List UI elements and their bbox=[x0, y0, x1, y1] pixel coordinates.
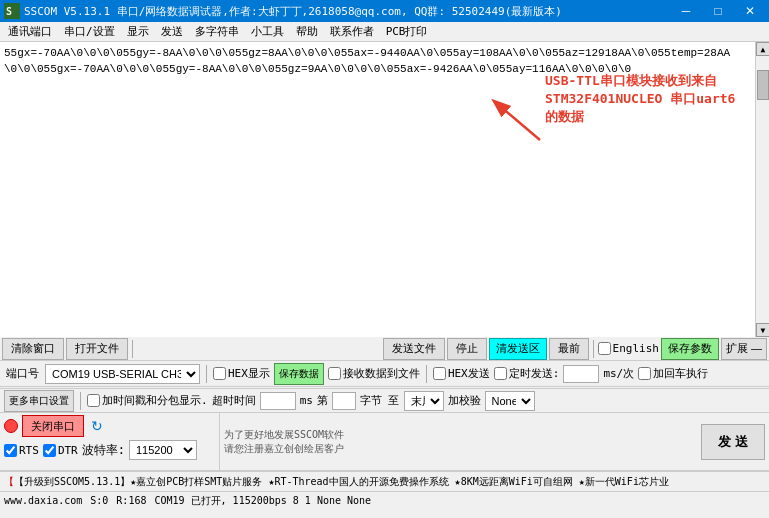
toolbar-sep-1 bbox=[132, 340, 133, 358]
last-button[interactable]: 最前 bbox=[549, 338, 589, 360]
checksum-select[interactable]: None bbox=[485, 391, 535, 411]
close-port-row: 关闭串口 ↻ bbox=[4, 415, 215, 437]
port-select[interactable]: COM19 USB-SERIAL CH340 bbox=[45, 364, 200, 384]
app-icon: S bbox=[4, 3, 20, 19]
timeout-unit: ms bbox=[300, 394, 313, 407]
refresh-button[interactable]: ↻ bbox=[88, 417, 106, 435]
save-data-button[interactable]: 保存数据 bbox=[274, 363, 324, 385]
rts-checkbox[interactable] bbox=[4, 444, 17, 457]
serial-output-text: 55gx=-70AA\0\0\0\055gy=-8AA\0\0\0\055gz=… bbox=[0, 42, 755, 82]
page-num-input[interactable]: 1 bbox=[332, 392, 356, 410]
dtr-checkbox[interactable] bbox=[43, 444, 56, 457]
scroll-up-arrow[interactable]: ▲ bbox=[756, 42, 769, 56]
menu-bar: 通讯端口 串口/设置 显示 发送 多字符串 小工具 帮助 联系作者 PCB打印 bbox=[0, 22, 769, 42]
minimize-button[interactable]: ─ bbox=[671, 0, 701, 22]
upgrade-text: 为了更好地发展SSCOM软件请您注册嘉立创创绘居客户 bbox=[224, 428, 693, 456]
menu-display[interactable]: 显示 bbox=[121, 22, 155, 41]
menu-help[interactable]: 帮助 bbox=[290, 22, 324, 41]
baud-select[interactable]: 115200 bbox=[129, 440, 197, 460]
carriage-return-label: 加回车执行 bbox=[653, 366, 708, 381]
control-row-2: 更多串口设置 加时间戳和分包显示. 超时时间 20 ms 第 1 字节 至 末尾… bbox=[0, 389, 769, 413]
english-label: English bbox=[613, 342, 659, 355]
scroll-down-arrow[interactable]: ▼ bbox=[756, 323, 769, 337]
send-area-button[interactable]: 清发送区 bbox=[489, 338, 547, 360]
promo-bracket-open: 【 bbox=[4, 475, 14, 489]
title-bar-text: SSCOM V5.13.1 串口/网络数据调试器,作者:大虾丁丁,2618058… bbox=[24, 4, 671, 19]
carriage-return-group[interactable]: 加回车执行 bbox=[638, 366, 708, 381]
page-label: 第 bbox=[317, 393, 328, 408]
output-scrollbar[interactable]: ▲ ▼ bbox=[755, 42, 769, 337]
promo-text: 【升级到SSCOM5.13.1】★嘉立创PCB打样SMT贴片服务 ★RT-Thr… bbox=[14, 475, 669, 489]
rts-dtr-row: RTS DTR 波特率: 115200 bbox=[4, 440, 215, 460]
english-checkbox-group[interactable]: English bbox=[598, 342, 659, 355]
r168-text: R:168 bbox=[116, 495, 146, 506]
timed-send-group[interactable]: 定时发送: bbox=[494, 366, 560, 381]
dtr-label: DTR bbox=[58, 444, 78, 457]
english-checkbox[interactable] bbox=[598, 342, 611, 355]
bottom-status-bar: www.daxia.com S:0 R:168 COM19 已打开, 11520… bbox=[0, 491, 769, 509]
maximize-button[interactable]: □ bbox=[703, 0, 733, 22]
menu-comm-port[interactable]: 通讯端口 bbox=[2, 22, 58, 41]
open-file-button[interactable]: 打开文件 bbox=[66, 338, 128, 360]
menu-multi-string[interactable]: 多字符串 bbox=[189, 22, 245, 41]
toolbar-row: 清除窗口 打开文件 发送文件 停止 清发送区 最前 English 保存参数 扩… bbox=[0, 337, 769, 361]
dtr-group[interactable]: DTR bbox=[43, 444, 78, 457]
char-label: 字节 至 bbox=[360, 393, 400, 408]
rts-group[interactable]: RTS bbox=[4, 444, 39, 457]
control-row-1: 端口号 COM19 USB-SERIAL CH340 HEX显示 保存数据 接收… bbox=[0, 361, 769, 387]
menu-send[interactable]: 发送 bbox=[155, 22, 189, 41]
bottom-control-area: 关闭串口 ↻ RTS DTR 波特率: 115200 为了更好地发展SSCOM软… bbox=[0, 413, 769, 471]
save-param-button[interactable]: 保存参数 bbox=[661, 338, 719, 360]
s0-text: S:0 bbox=[90, 495, 108, 506]
carriage-return-checkbox[interactable] bbox=[638, 367, 651, 380]
more-port-button[interactable]: 更多串口设置 bbox=[4, 390, 74, 412]
timed-send-label: 定时发送: bbox=[509, 366, 560, 381]
svg-line-2 bbox=[495, 102, 540, 140]
com-info-text: COM19 已打开, 115200bps 8 1 None None bbox=[154, 494, 371, 508]
annotation-arrow-svg bbox=[485, 72, 745, 162]
timestamp-checkbox[interactable] bbox=[87, 394, 100, 407]
menu-tools[interactable]: 小工具 bbox=[245, 22, 290, 41]
menu-contact[interactable]: 联系作者 bbox=[324, 22, 380, 41]
website-text: www.daxia.com bbox=[4, 495, 82, 506]
hex-send-checkbox[interactable] bbox=[433, 367, 446, 380]
timed-unit-label: ms/次 bbox=[603, 366, 634, 381]
menu-pcb[interactable]: PCB打印 bbox=[380, 22, 434, 41]
hex-display-group[interactable]: HEX显示 bbox=[213, 366, 270, 381]
send-button-area: 发 送 bbox=[697, 413, 769, 470]
checksum-label: 加校验 bbox=[448, 393, 481, 408]
rts-label: RTS bbox=[19, 444, 39, 457]
center-area: 为了更好地发展SSCOM软件请您注册嘉立创创绘居客户 bbox=[220, 413, 697, 470]
hex-display-checkbox[interactable] bbox=[213, 367, 226, 380]
baud-label: 波特率: bbox=[82, 442, 125, 459]
stop-button[interactable]: 停止 bbox=[447, 338, 487, 360]
save-to-file-label: 接收数据到文件 bbox=[343, 366, 420, 381]
timeout-input[interactable]: 20 bbox=[260, 392, 296, 410]
promo-bar: 【 【升级到SSCOM5.13.1】★嘉立创PCB打样SMT贴片服务 ★RT-T… bbox=[0, 471, 769, 491]
send-file-button[interactable]: 发送文件 bbox=[383, 338, 445, 360]
hex-display-label: HEX显示 bbox=[228, 366, 270, 381]
expand-button[interactable]: 扩展 — bbox=[721, 338, 767, 360]
hex-send-label: HEX发送 bbox=[448, 366, 490, 381]
output-area: 55gx=-70AA\0\0\0\055gy=-8AA\0\0\0\055gz=… bbox=[0, 42, 769, 337]
timed-send-checkbox[interactable] bbox=[494, 367, 507, 380]
hex-send-group[interactable]: HEX发送 bbox=[433, 366, 490, 381]
scroll-thumb[interactable] bbox=[757, 70, 769, 100]
save-to-file-checkbox[interactable] bbox=[328, 367, 341, 380]
menu-serial-settings[interactable]: 串口/设置 bbox=[58, 22, 121, 41]
send-button[interactable]: 发 送 bbox=[701, 424, 765, 460]
close-port-button[interactable]: 关闭串口 bbox=[22, 415, 84, 437]
title-bar: S SSCOM V5.13.1 串口/网络数据调试器,作者:大虾丁丁,26180… bbox=[0, 0, 769, 22]
sep-3 bbox=[426, 365, 427, 383]
timed-value-input[interactable]: 10 bbox=[563, 365, 599, 383]
timeout-label: 超时时间 bbox=[212, 393, 256, 408]
save-to-file-group[interactable]: 接收数据到文件 bbox=[328, 366, 420, 381]
svg-text:S: S bbox=[6, 6, 12, 17]
toolbar-sep-2 bbox=[593, 340, 594, 358]
tail-select[interactable]: 末尾 bbox=[404, 391, 444, 411]
timestamp-group[interactable]: 加时间戳和分包显示. bbox=[87, 393, 208, 408]
clear-window-button[interactable]: 清除窗口 bbox=[2, 338, 64, 360]
close-button[interactable]: ✕ bbox=[735, 0, 765, 22]
left-controls: 关闭串口 ↻ RTS DTR 波特率: 115200 bbox=[0, 413, 220, 470]
timestamp-label: 加时间戳和分包显示. bbox=[102, 393, 208, 408]
